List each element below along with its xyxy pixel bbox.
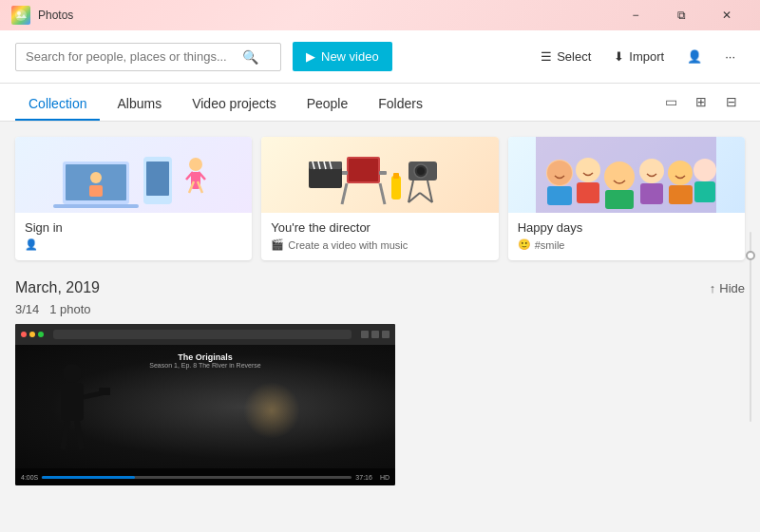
photo-count-header: 3/14 1 photo [15,302,745,316]
svg-line-18 [380,183,385,204]
director-card-title: You're the director [271,220,488,235]
signin-person-icon: 👤 [25,238,38,251]
main-content: Sign in 👤 [0,122,760,532]
new-video-button[interactable]: ▶ New video [293,42,392,71]
more-button[interactable]: ··· [715,44,745,69]
mock-dot-red [21,332,27,337]
tab-albums[interactable]: Albums [104,88,175,121]
svg-rect-20 [379,171,387,175]
svg-rect-41 [577,182,599,203]
title-bar: Photos − ⧉ ✕ [0,0,760,30]
svg-point-1 [17,11,21,15]
toolbar: 🔍 ▶ New video ☰ Select ⬇ Import 👤 ··· [0,30,760,84]
svg-point-9 [189,158,202,171]
svg-point-38 [547,161,572,185]
section-header: March, 2019 ↑ Hide [15,279,745,296]
svg-point-48 [694,159,716,181]
photo-thumbnail[interactable]: The Originals Season 1, Ep. 8 The River … [15,324,395,485]
svg-rect-47 [669,185,693,204]
maximize-button[interactable]: ⧉ [659,0,703,30]
svg-rect-35 [393,173,399,179]
chevron-up-icon: ↑ [710,281,716,295]
app-title: Photos [38,9,73,22]
view-single-button[interactable]: ▭ [657,88,684,115]
tab-people[interactable]: People [294,88,362,121]
promo-cards: Sign in 👤 [15,137,745,260]
tab-video-projects[interactable]: Video projects [179,88,289,121]
section-date: March, 2019 [15,279,100,296]
svg-point-50 [63,364,82,383]
silhouette-figure [34,359,110,454]
light-spot [243,382,300,439]
toolbar-actions: ☰ Select ⬇ Import 👤 ··· [531,44,745,69]
scroll-thumb[interactable] [746,251,755,260]
svg-point-42 [604,162,635,192]
search-icon[interactable]: 🔍 [242,49,258,65]
dark-scene: The Originals Season 1, Ep. 8 The River … [15,345,395,468]
mock-toolbar-icons [361,331,390,338]
hide-button[interactable]: ↑ Hide [710,281,745,295]
svg-point-0 [15,10,27,21]
tab-folders[interactable]: Folders [365,88,436,121]
import-button[interactable]: ⬇ Import [604,44,674,69]
title-bar-left: Photos [11,6,73,25]
view-grid-button[interactable]: ⊞ [688,88,714,115]
director-card-sub: 🎬 Create a video with music [271,238,488,251]
search-box[interactable]: 🔍 [15,43,281,71]
mock-browser-content: The Originals Season 1, Ep. 8 The River … [15,345,395,468]
svg-point-44 [639,159,664,183]
close-button[interactable]: ✕ [705,0,749,30]
signin-illustration [44,138,224,212]
mock-url-bar [53,330,352,339]
mock-progress-fill [42,476,135,479]
svg-rect-16 [349,159,378,181]
screenshot-mockup: The Originals Season 1, Ep. 8 The River … [15,324,395,485]
title-bar-controls: − ⧉ ✕ [614,0,749,30]
svg-rect-53 [99,388,110,395]
video-title: The Originals [149,352,260,362]
new-video-icon: ▶ [306,49,315,64]
svg-point-46 [668,161,693,185]
person-icon: 👤 [687,49,702,64]
scroll-indicator [747,232,754,422]
import-icon: ⬇ [614,49,624,64]
director-video-icon: 🎬 [271,238,284,251]
director-illustration [290,138,470,212]
director-card-body: You're the director 🎬 Create a video wit… [261,213,498,260]
video-subtitle: Season 1, Ep. 8 The River in Reverse [149,362,260,369]
svg-rect-6 [89,185,103,197]
new-video-label: New video [321,49,379,64]
select-button[interactable]: ☰ Select [531,44,600,69]
mock-hd-badge: HD [380,474,390,481]
signin-card-title: Sign in [25,220,242,235]
svg-rect-8 [146,162,169,196]
svg-rect-39 [547,186,572,205]
svg-rect-34 [391,176,401,200]
view-controls: ▭ ⊞ ⊟ [657,88,745,121]
mock-time-end: 37:16 [355,474,372,481]
mock-video-controls: 4:00S 37:16 HD [15,468,395,485]
svg-rect-4 [53,204,139,208]
promo-card-signin[interactable]: Sign in 👤 [15,137,252,260]
promo-card-happy[interactable]: Happy days 🙂 #smile [508,137,745,260]
mock-browser-bar [15,324,395,345]
svg-line-17 [342,183,347,204]
mock-progress-bar[interactable] [42,476,352,479]
view-compact-button[interactable]: ⊟ [718,88,745,115]
promo-card-director[interactable]: You're the director 🎬 Create a video wit… [261,137,498,260]
video-title-overlay: The Originals Season 1, Ep. 8 The River … [149,352,260,369]
search-input[interactable] [26,49,235,64]
svg-rect-43 [605,190,634,209]
happy-illustration [536,137,716,213]
profile-button[interactable]: 👤 [677,44,712,69]
svg-rect-49 [694,181,715,202]
svg-rect-45 [640,183,663,204]
svg-point-5 [90,172,102,183]
happy-card-image [508,137,745,213]
mock-time-start: 4:00S [21,474,38,481]
happy-card-title: Happy days [518,220,735,235]
minimize-button[interactable]: − [614,0,657,30]
svg-rect-51 [61,383,84,421]
tab-collection[interactable]: Collection [15,88,100,121]
smile-icon: 🙂 [518,238,531,251]
